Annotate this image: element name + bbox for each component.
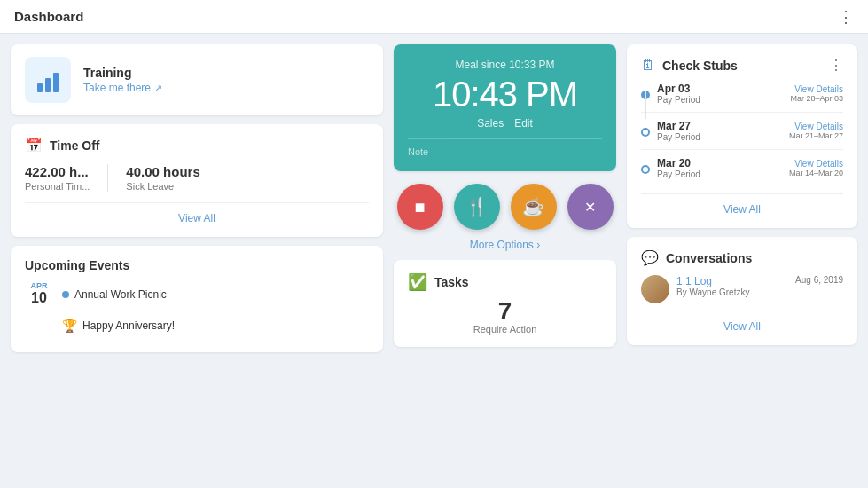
stub-info-0: Apr 03 Pay Period [657,83,783,105]
conv-by-0: By Wayne Gretzky [676,287,749,297]
conversation-row-0: 1:1 Log By Wayne Gretzky Aug 6, 2019 [641,275,843,303]
clock-subtitle: Meal since 10:33 PM [408,59,602,71]
topbar-dots-icon[interactable]: ⋮ [838,7,854,27]
page-title: Dashboard [14,9,83,24]
training-title: Training [83,66,162,80]
more-options-link[interactable]: More Options › [394,239,616,251]
stub-dot-2 [641,165,650,174]
stub-date-2: Mar 20 [657,157,782,169]
time-off-card: 📅 Time Off 422.00 h... Personal Tim... 4… [11,124,383,237]
conversations-header: 💬 Conversations [641,249,843,266]
conv-info-0: 1:1 Log By Wayne Gretzky [676,275,749,297]
break-icon: ☕ [522,196,544,217]
tasks-require-action: Require Action [408,324,602,335]
personal-label: Personal Tim... [25,181,90,192]
training-card: Training Take me there ↗ [11,44,383,115]
stub-row-0: Apr 03 Pay Period View Details Mar 28–Ap… [641,83,843,113]
right-column: 🗓 Check Stubs ⋮ Apr 03 Pay Period View D… [627,44,857,477]
stub-date-1: Mar 27 [657,120,782,132]
break-button[interactable]: ☕ [511,184,557,230]
svg-rect-2 [53,73,59,92]
stop-icon: ■ [414,197,425,217]
stub-period-1: Pay Period [657,132,782,142]
conversations-icon: 💬 [641,249,659,266]
training-icon [25,57,71,103]
time-off-header: 📅 Time Off [25,137,369,153]
tasks-header: ✅ Tasks [408,272,602,292]
svg-rect-0 [37,83,43,92]
event-month-0: APR [25,281,53,290]
stub-dot-0 [641,91,650,99]
check-stubs-menu-icon[interactable]: ⋮ [829,57,843,74]
training-svg [34,66,62,94]
top-bar: Dashboard ⋮ [0,0,868,34]
time-off-body: 422.00 h... Personal Tim... 40.00 hours … [25,164,369,192]
left-column: Training Take me there ↗ 📅 Time Off 422.… [11,44,383,477]
clock-note: Note [408,138,602,157]
avatar-0 [641,275,669,303]
stub-date-0: Apr 03 [657,83,783,95]
sick-hours: 40.00 hours [126,164,199,179]
check-stubs-label: Check Stubs [662,59,822,73]
clock-tags: Sales Edit [408,117,602,130]
event-day-0: 10 [25,290,53,306]
conversations-card: 💬 Conversations 1:1 Log By Wayne Gretzky… [627,237,857,345]
stub-info-2: Mar 20 Pay Period [657,157,782,179]
event-date-0: APR 10 [25,281,53,306]
sick-label: Sick Leave [126,181,199,192]
action-buttons: ■ 🍴 ☕ ✕ [394,184,616,230]
svg-rect-1 [45,78,51,92]
main-grid: Training Take me there ↗ 📅 Time Off 422.… [0,34,868,488]
event-detail-1: 🏆 Happy Anniversary! [62,313,175,333]
tasks-count: 7 [408,299,602,324]
stub-info-1: Mar 27 Pay Period [657,120,782,142]
stub-link-0[interactable]: View Details Mar 28–Apr 03 [790,84,843,103]
event-dot-icon [62,291,69,298]
check-stubs-icon: 🗓 [641,58,655,74]
check-stubs-header: 🗓 Check Stubs ⋮ [641,57,843,74]
calendar-icon: 📅 [25,137,43,153]
tasks-label: Tasks [434,275,469,289]
event-row-1: 🏆 Happy Anniversary! [25,313,369,333]
clock-tag-edit[interactable]: Edit [514,117,533,130]
conversations-label: Conversations [666,251,752,265]
time-off-label: Time Off [50,138,100,153]
transfer-icon: ✕ [584,199,596,216]
chevron-right-icon: › [536,239,540,251]
meal-button[interactable]: 🍴 [454,184,500,230]
stub-link-1[interactable]: View Details Mar 21–Mar 27 [789,122,843,140]
stub-row-2: Mar 20 Pay Period View Details Mar 14–Ma… [641,157,843,186]
conversations-view-all[interactable]: View All [641,311,843,333]
stub-dot-1 [641,128,650,137]
personal-time-item: 422.00 h... Personal Tim... [25,164,90,192]
conv-date-0: Aug 6, 2019 [795,275,843,285]
conv-name-0[interactable]: 1:1 Log [676,275,749,287]
tasks-check-icon: ✅ [408,272,427,292]
check-stubs-card: 🗓 Check Stubs ⋮ Apr 03 Pay Period View D… [627,44,857,228]
stub-link-2[interactable]: View Details Mar 14–Mar 20 [789,159,843,177]
external-link-icon: ↗ [154,83,162,94]
stop-button[interactable]: ■ [397,184,443,230]
center-column: Meal since 10:33 PM 10:43 PM Sales Edit … [394,44,616,477]
tasks-card: ✅ Tasks 7 Require Action [394,260,616,347]
event-row-0: APR 10 Annual Work Picnic [25,281,369,306]
clock-tag-sales[interactable]: Sales [477,117,504,130]
clock-time: 10:43 PM [408,76,602,112]
event-name-0: Annual Work Picnic [62,288,167,301]
event-detail-0: Annual Work Picnic [62,281,167,301]
check-stubs-view-all[interactable]: View All [641,193,843,216]
transfer-button[interactable]: ✕ [567,184,614,230]
training-text: Training Take me there ↗ [83,66,162,94]
stub-period-0: Pay Period [657,95,783,105]
divider [107,164,108,192]
stub-row-1: Mar 27 Pay Period View Details Mar 21–Ma… [641,120,843,150]
time-off-view-all[interactable]: View All [25,202,369,224]
upcoming-events-card: Upcoming Events APR 10 Annual Work Picni… [11,246,383,352]
event-name-1: 🏆 Happy Anniversary! [62,319,175,333]
meal-icon: 🍴 [465,196,488,217]
clock-card: Meal since 10:33 PM 10:43 PM Sales Edit … [394,44,616,171]
training-subtitle[interactable]: Take me there ↗ [83,82,162,94]
events-header: Upcoming Events [25,258,369,272]
personal-hours: 422.00 h... [25,164,90,179]
sick-leave-item: 40.00 hours Sick Leave [126,164,199,192]
